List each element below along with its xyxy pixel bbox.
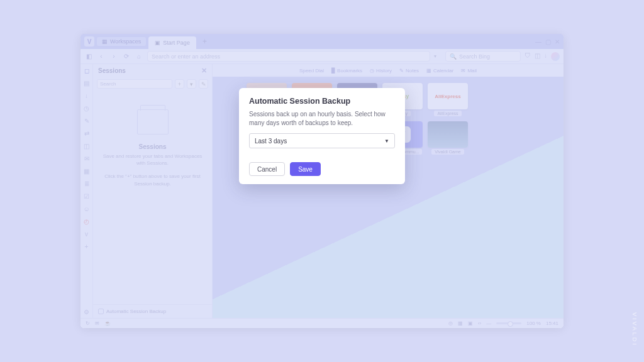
panel-header: Sessions ✕ (93, 64, 212, 77)
search-placeholder: Search Bing (459, 53, 490, 60)
status-bar: ↻ ✉ ☕ ◎ ▦ ▣ ‹› — 100 % 15:41 (80, 318, 564, 328)
chevron-down-icon: ▼ (384, 138, 389, 144)
watermark: VIVALDI (631, 312, 638, 347)
tab-start-page[interactable]: ▣ Start Page (148, 36, 196, 49)
speeddial-nav: Speed Dial ▉ Bookmarks ◷ History ✎ Notes… (213, 64, 564, 77)
mail-status-icon[interactable]: ✉ (95, 321, 99, 326)
feeds-panel-icon[interactable]: ≣ (83, 180, 91, 187)
empty-desc-2: Click the "+" button above to save your … (102, 173, 203, 187)
maximize-icon[interactable]: ▢ (545, 38, 551, 45)
translate-icon[interactable]: ⇄ (83, 129, 91, 137)
downloads-panel-icon[interactable]: ↓ (83, 92, 91, 99)
contacts-panel-icon[interactable]: ☺ (83, 205, 91, 212)
sd-tile-aliexpress[interactable]: AliExpressAliExpress (428, 83, 468, 116)
vivaldi-menu-button[interactable]: V (84, 36, 94, 47)
zoom-value: 100 % (526, 321, 541, 326)
dialog-title: Automatic Session Backup (249, 97, 395, 106)
search-engine-icon: 🔍 (450, 53, 457, 60)
break-icon[interactable]: ☕ (104, 321, 111, 326)
backup-duration-select[interactable]: Last 3 days ▼ (249, 133, 395, 148)
vivaldi-panel-icon[interactable]: v (83, 230, 91, 238)
url-field[interactable]: Search or enter an address (147, 51, 430, 62)
panel-search-placeholder: Search (100, 81, 116, 87)
clock[interactable]: 15:41 (546, 321, 558, 326)
tab-strip: V ▦ Workspaces ▣ Start Page + — ▢ ✕ (80, 34, 564, 49)
ruler-icon[interactable]: — (486, 321, 491, 326)
nav-bookmarks[interactable]: ▉ Bookmarks (331, 68, 362, 74)
url-placeholder: Search or enter an address (152, 53, 220, 60)
profile-avatar[interactable] (551, 52, 560, 61)
dialog-actions: Cancel Save (249, 162, 395, 176)
sessions-panel: Sessions ✕ Search + ▾ ✎ Sessions Save an… (93, 64, 213, 318)
reload-button[interactable]: ⟳ (122, 53, 131, 60)
capture-icon[interactable]: ◎ (448, 321, 453, 326)
page-actions-icon[interactable]: ‹› (478, 321, 481, 326)
home-button[interactable]: ⌂ (135, 53, 143, 60)
notes-panel-icon[interactable]: ✎ (83, 117, 91, 124)
shield-icon[interactable]: ⛉ (525, 52, 531, 61)
nav-calendar[interactable]: ▦ Calendar (426, 68, 453, 74)
reading-list-icon[interactable]: ▤ (83, 79, 91, 87)
tab-title: Start Page (163, 40, 190, 46)
add-session-button[interactable]: + (175, 79, 184, 89)
auto-backup-checkbox[interactable] (98, 309, 104, 314)
sd-tile-vivaldi-game[interactable]: Vivaldi Game (428, 121, 468, 155)
tasks-panel-icon[interactable]: ☑ (83, 192, 91, 200)
select-value: Last 3 days (255, 138, 287, 145)
history-panel-icon[interactable]: ◷ (83, 104, 91, 112)
empty-desc-1: Save and restore your tabs and Workspace… (102, 153, 203, 167)
auto-backup-label: Automatic Session Backup (106, 309, 166, 314)
window-panel-icon[interactable]: ◫ (83, 142, 91, 150)
zoom-slider[interactable] (496, 322, 521, 324)
empty-box-icon (137, 109, 169, 134)
tiling-icon[interactable]: ▦ (458, 321, 463, 326)
add-panel-icon[interactable]: + (83, 243, 91, 250)
panel-toggle-icon[interactable]: ◧ (84, 53, 93, 60)
nav-mail[interactable]: ✉ Mail (461, 68, 477, 74)
sessions-panel-icon[interactable]: ◴ (83, 217, 91, 225)
calendar-panel-icon[interactable]: ▦ (83, 167, 91, 175)
panel-iconbar: ◻ ▤ ↓ ◷ ✎ ⇄ ◫ ✉ ▦ ≣ ☑ ☺ ◴ v + ⚙ (80, 64, 93, 318)
session-options-button[interactable]: ▾ (187, 79, 196, 89)
forward-button[interactable]: › (109, 53, 118, 60)
nav-speed-dial[interactable]: Speed Dial (299, 68, 324, 74)
nav-history[interactable]: ◷ History (370, 68, 392, 74)
workspaces-label: Workspaces (110, 38, 141, 45)
panel-close-icon[interactable]: ✕ (201, 67, 207, 75)
bookmarks-panel-icon[interactable]: ◻ (83, 67, 91, 74)
dialog-description: Sessions back up on an hourly basis. Sel… (249, 110, 395, 128)
address-bar: ◧ ‹ › ⟳ ⌂ Search or enter an address ▾ 🔍… (80, 49, 564, 64)
url-dropdown-icon[interactable]: ▾ (434, 53, 441, 59)
new-tab-button[interactable]: + (199, 37, 211, 46)
nav-notes[interactable]: ✎ Notes (399, 68, 419, 74)
panel-search-input[interactable]: Search (97, 79, 172, 89)
close-icon[interactable]: ✕ (555, 38, 560, 45)
save-button[interactable]: Save (290, 162, 321, 176)
panel-footer: Automatic Session Backup (93, 304, 212, 318)
edit-session-button[interactable]: ✎ (199, 79, 208, 89)
back-button[interactable]: ‹ (97, 53, 106, 60)
search-field[interactable]: 🔍 Search Bing (445, 51, 521, 62)
empty-title: Sessions (139, 143, 167, 150)
extensions-icon[interactable]: ◫ (535, 52, 540, 61)
sync-icon[interactable]: ↻ (86, 321, 90, 326)
mail-panel-icon[interactable]: ✉ (83, 155, 91, 162)
panel-empty-state: Sessions Save and restore your tabs and … (93, 90, 212, 304)
panel-title: Sessions (98, 67, 126, 74)
workspaces-icon: ▦ (102, 38, 108, 45)
settings-icon[interactable]: ⚙ (83, 308, 91, 315)
cancel-button[interactable]: Cancel (249, 162, 285, 176)
workspaces-button[interactable]: ▦ Workspaces (97, 37, 146, 46)
minimize-icon[interactable]: — (535, 38, 541, 45)
auto-backup-dialog: Automatic Session Backup Sessions back u… (239, 88, 405, 184)
speeddial-icon: ▣ (155, 40, 160, 46)
download-icon[interactable]: ↓ (544, 52, 547, 61)
images-icon[interactable]: ▣ (468, 321, 473, 326)
